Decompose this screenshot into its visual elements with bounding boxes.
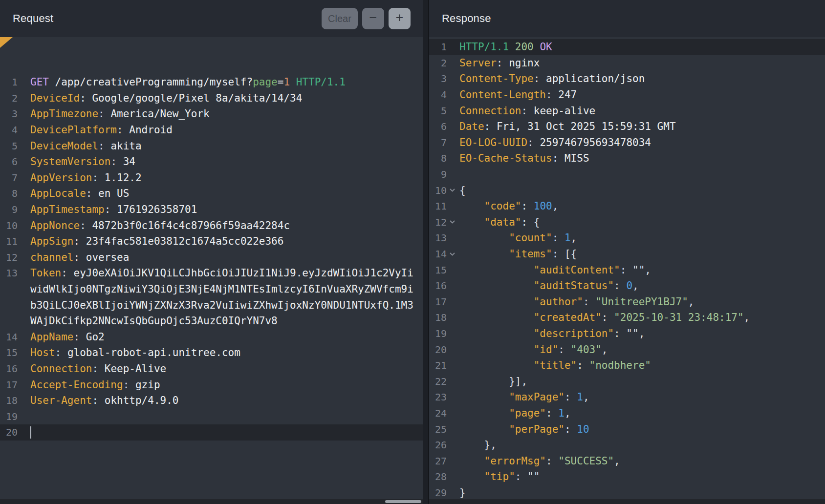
request-panel: Request Clear − + 1GET /app/creativeProg…: [0, 0, 423, 504]
code-line: 5Connection: keep-alive: [429, 103, 825, 119]
code-text: HTTP/1.1 200 OK: [459, 41, 552, 53]
code-text: DeviceModel: akita: [30, 140, 142, 152]
code-text: AppNonce: 4872b3f0c16f4c4c87966f59aa4228…: [30, 220, 290, 231]
line-number: 6: [433, 121, 447, 132]
line-number: 3: [433, 73, 447, 84]
code-text: SystemVersion: 34: [30, 156, 135, 168]
fold-toggle-icon[interactable]: [447, 220, 457, 224]
code-line: 27 "errorMsg": "SUCCESS",: [429, 453, 825, 469]
code-text: Server: nginx: [459, 57, 540, 69]
line-number: 19: [4, 411, 18, 422]
line-number: 18: [4, 395, 18, 406]
code-text: "auditStatus": 0,: [459, 280, 639, 292]
line-number: 7: [4, 172, 18, 184]
code-text: Content-Type: application/json: [459, 73, 645, 84]
code-text: "maxPage": 1,: [459, 391, 589, 403]
line-number: 10: [4, 220, 18, 231]
panel-divider[interactable]: [423, 0, 429, 504]
line-number: 2: [433, 57, 447, 69]
fold-toggle-icon[interactable]: [447, 188, 457, 192]
corner-fold-icon: [0, 37, 13, 48]
code-text: Host: global-robot-api.unitree.com: [30, 347, 240, 358]
code-line: 14 "items": [{: [429, 246, 825, 262]
code-line: 2Server: nginx: [429, 55, 825, 71]
line-number: 2: [4, 92, 18, 104]
line-number: 6: [4, 156, 18, 168]
code-text: DeviceId: Google/google/Pixel 8a/akita/1…: [30, 92, 302, 104]
line-number: 24: [433, 407, 447, 419]
response-code-viewer[interactable]: 1HTTP/1.1 200 OK2Server: nginx3Content-T…: [429, 37, 825, 501]
fold-toggle-icon[interactable]: [447, 252, 457, 256]
code-text: "description": "",: [459, 328, 645, 339]
code-text: "auditContent": "",: [459, 264, 651, 276]
line-number: 13: [4, 267, 18, 279]
code-text: User-Agent: okhttp/4.9.0: [30, 395, 178, 406]
code-line: 17 "author": "UnitreePY1BJ7",: [429, 294, 825, 310]
code-text: "count": 1,: [459, 232, 577, 244]
line-number: 29: [433, 487, 447, 499]
code-line: 26 },: [429, 437, 825, 453]
line-number: 4: [4, 124, 18, 136]
line-number: 21: [433, 359, 447, 371]
code-line: 10AppNonce: 4872b3f0c16f4c4c87966f59aa42…: [0, 217, 423, 233]
code-text: "createdAt": "2025-10-31 23:48:17",: [459, 312, 750, 323]
code-line: 19: [0, 408, 423, 424]
code-line: 11 "code": 100,: [429, 198, 825, 214]
code-line: 16Connection: Keep-Alive: [0, 361, 423, 377]
line-number: 13: [433, 232, 447, 244]
response-panel: Response 1HTTP/1.1 200 OK2Server: nginx3…: [429, 0, 825, 504]
line-number: 10: [433, 185, 447, 196]
request-code-editor[interactable]: 1GET /app/creativeProgramming/myself?pag…: [0, 37, 423, 441]
code-text: widWlkIjo0NTgzNiwiY3QiOjE3NjE4NjM1NTEsIm…: [30, 283, 413, 295]
clear-button[interactable]: Clear: [322, 8, 358, 29]
response-title: Response: [442, 12, 491, 25]
line-number: 1: [4, 76, 18, 88]
code-line: 21 "title": "nodbhere": [429, 357, 825, 374]
line-number: 15: [433, 264, 447, 276]
code-line: 9AppTimestamp: 1761926358701: [0, 202, 423, 218]
code-text: Connection: keep-alive: [459, 105, 595, 117]
code-text: "page": 1,: [459, 407, 571, 419]
line-number: 12: [433, 216, 447, 228]
request-header-buttons: Clear − +: [322, 8, 411, 29]
code-line: widWlkIjo0NTgzNiwiY3QiOjE3NjE4NjM1NTEsIm…: [0, 281, 423, 297]
code-line: 8EO-Cache-Status: MISS: [429, 150, 825, 167]
code-line: 15 "auditContent": "",: [429, 262, 825, 278]
request-hscrollbar-track: [0, 499, 423, 504]
line-number: 8: [433, 152, 447, 164]
code-text: }: [459, 487, 466, 499]
code-text: {: [459, 185, 466, 196]
code-line: 13 "count": 1,: [429, 230, 825, 246]
code-line: 20: [0, 424, 423, 441]
request-title: Request: [13, 12, 53, 25]
code-text: Token: eyJ0eXAiOiJKV1QiLCJhbGciOiJIUzI1N…: [30, 267, 413, 279]
code-text: AppSign: 23f4fac581e03812c1674a5cc022e36…: [30, 235, 283, 247]
code-line: 3AppTimezone: America/New_York: [0, 106, 423, 122]
code-line: 16 "auditStatus": 0,: [429, 278, 825, 294]
code-line: 29}: [429, 485, 825, 501]
code-line: 7EO-LOG-UUID: 259746795693478034: [429, 135, 825, 151]
request-hscrollbar-thumb[interactable]: [385, 500, 421, 503]
line-number: 9: [433, 168, 447, 180]
code-line: 8AppLocale: en_US: [0, 186, 423, 202]
code-line: 18User-Agent: okhttp/4.9.0: [0, 393, 423, 409]
response-hscrollbar-track: [429, 499, 825, 504]
code-line: 22 }],: [429, 373, 825, 389]
line-number: 18: [433, 312, 447, 323]
code-text: b3QiLCJ0eXBlIjoiYWNjZXNzX3Rva2VuIiwiZXhw…: [30, 299, 413, 311]
line-number: 16: [4, 363, 18, 375]
code-line: 25 "perPage": 10: [429, 421, 825, 437]
code-line: 15Host: global-robot-api.unitree.com: [0, 345, 423, 361]
code-text: "perPage": 10: [459, 423, 589, 435]
code-text: AppTimezone: America/New_York: [30, 108, 210, 120]
line-number: 17: [433, 296, 447, 308]
code-line: 13Token: eyJ0eXAiOiJKV1QiLCJhbGciOiJIUzI…: [0, 265, 423, 281]
code-text: WAjDkCifkp2NNcwIsQbGupOjc53AuzC0IQrYN7v8: [30, 315, 278, 327]
line-number: 28: [433, 471, 447, 483]
line-number: 11: [433, 200, 447, 212]
font-increase-button[interactable]: +: [389, 8, 411, 29]
code-text: }],: [459, 376, 527, 387]
code-line: 24 "page": 1,: [429, 405, 825, 421]
font-decrease-button[interactable]: −: [362, 8, 384, 29]
line-number: 15: [4, 347, 18, 358]
